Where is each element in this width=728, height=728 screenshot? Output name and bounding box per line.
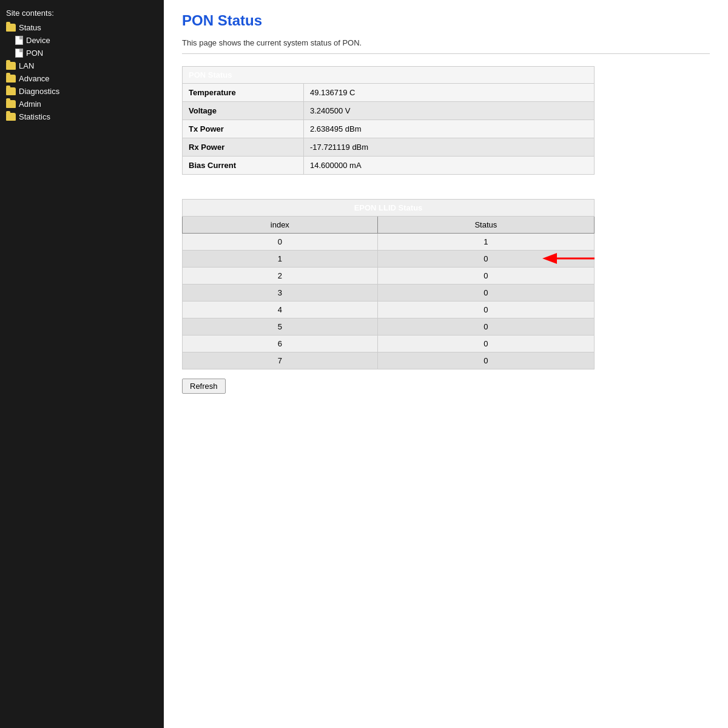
pon-status-table: PON Status Temperature 49.136719 C Volta… [182, 66, 595, 175]
sidebar-item-lan[interactable]: LAN [0, 59, 164, 72]
llid-index: 6 [183, 335, 378, 352]
refresh-section: Refresh [182, 379, 710, 394]
sidebar-item-device[interactable]: Device [0, 34, 164, 47]
llid-status: 0 [377, 285, 594, 302]
page-title: PON Status [182, 12, 710, 29]
sidebar-item-diagnostics[interactable]: Diagnostics [0, 85, 164, 98]
sidebar-item-pon[interactable]: PON [0, 47, 164, 59]
main-content: PON Status This page shows the current s… [164, 0, 728, 728]
sidebar: Site contents: Status Device PON LAN Adv… [0, 0, 164, 728]
sidebar-title: Site contents: [0, 5, 164, 21]
epon-llid-table: EPON LLID Status index Status 0 1 1 0 2 … [182, 199, 595, 369]
llid-index: 2 [183, 268, 378, 285]
folder-icon [6, 75, 16, 83]
table-row: Tx Power 2.638495 dBm [183, 120, 595, 138]
sidebar-item-label: Status [19, 23, 41, 32]
doc-icon [15, 36, 23, 45]
row-value: 49.136719 C [304, 84, 595, 102]
sidebar-item-status[interactable]: Status [0, 21, 164, 34]
row-value: 14.600000 mA [304, 157, 595, 175]
llid-index: 4 [183, 302, 378, 318]
table-row: Rx Power -17.721119 dBm [183, 138, 595, 157]
epon-section: EPON LLID Status index Status 0 1 1 0 2 … [182, 199, 643, 369]
llid-index: 3 [183, 285, 378, 302]
page-description: This page shows the current system statu… [182, 38, 710, 54]
folder-icon [6, 87, 16, 95]
sidebar-item-advance[interactable]: Advance [0, 72, 164, 85]
table-row: 2 0 [183, 268, 595, 285]
table-row: Voltage 3.240500 V [183, 102, 595, 120]
doc-icon [15, 49, 23, 58]
folder-icon [6, 113, 16, 121]
llid-status: 0 [377, 335, 594, 352]
col-index-header: index [183, 217, 378, 234]
llid-index: 1 [183, 251, 378, 268]
llid-index: 5 [183, 318, 378, 335]
col-status-header: Status [377, 217, 594, 234]
llid-status: 0 [377, 251, 594, 268]
row-value: -17.721119 dBm [304, 138, 595, 157]
table-row: Bias Current 14.600000 mA [183, 157, 595, 175]
row-label: Temperature [183, 84, 304, 102]
table-row: 3 0 [183, 285, 595, 302]
row-label: Rx Power [183, 138, 304, 157]
sidebar-item-label: Advance [19, 74, 50, 83]
table-row: 7 0 [183, 352, 595, 369]
table-row: 1 0 [183, 251, 595, 268]
sidebar-item-label: Device [26, 36, 50, 45]
refresh-button[interactable]: Refresh [182, 379, 226, 394]
table-row: 6 0 [183, 335, 595, 352]
sidebar-item-label: Admin [19, 99, 41, 109]
row-label: Voltage [183, 102, 304, 120]
table-row: 5 0 [183, 318, 595, 335]
sidebar-item-label: LAN [19, 61, 34, 70]
row-value: 3.240500 V [304, 102, 595, 120]
sidebar-item-statistics[interactable]: Statistics [0, 110, 164, 123]
llid-status: 0 [377, 352, 594, 369]
sidebar-item-label: Diagnostics [19, 87, 59, 96]
llid-index: 0 [183, 234, 378, 251]
sidebar-item-label: PON [26, 49, 43, 58]
sidebar-item-label: Statistics [19, 112, 50, 121]
row-value: 2.638495 dBm [304, 120, 595, 138]
epon-llid-header: EPON LLID Status [183, 200, 595, 217]
table-row: Temperature 49.136719 C [183, 84, 595, 102]
llid-status: 0 [377, 302, 594, 318]
llid-status: 0 [377, 268, 594, 285]
folder-icon [6, 62, 16, 70]
folder-icon [6, 100, 16, 108]
llid-index: 7 [183, 352, 378, 369]
pon-status-header: PON Status [183, 67, 595, 84]
table-row: 4 0 [183, 302, 595, 318]
row-label: Bias Current [183, 157, 304, 175]
sidebar-item-admin[interactable]: Admin [0, 98, 164, 110]
row-label: Tx Power [183, 120, 304, 138]
folder-icon [6, 24, 16, 32]
llid-status: 0 [377, 318, 594, 335]
table-row: 0 1 [183, 234, 595, 251]
llid-status: 1 [377, 234, 594, 251]
